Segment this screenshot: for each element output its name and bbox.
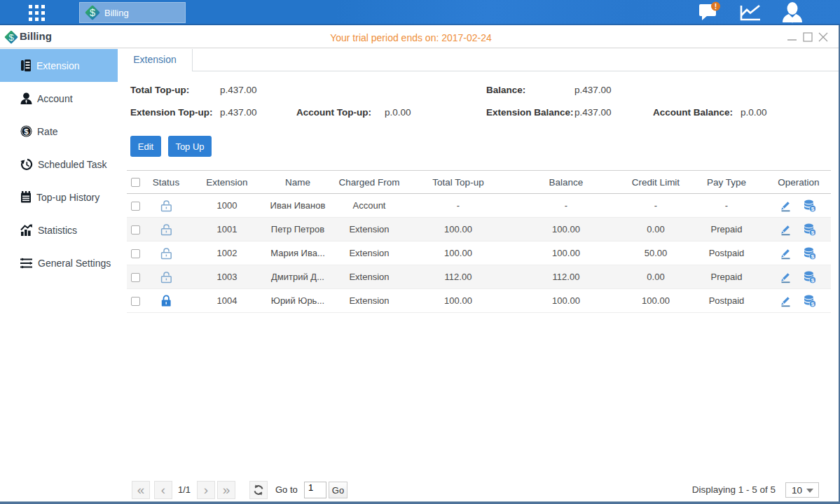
svg-text:!: ! [715,2,717,10]
svg-text:$: $ [90,7,95,18]
svg-text:$: $ [24,127,29,136]
